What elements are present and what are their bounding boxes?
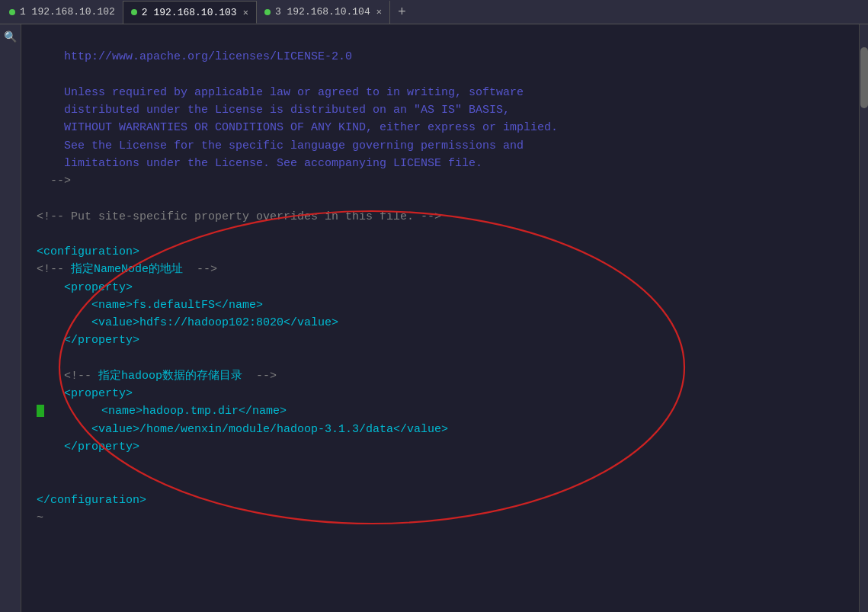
value-content-2: /home/wenxin/module/hadoop-3.1.3/data — [139, 423, 393, 436]
line-namenode-comment: <!-- 指定NameNode的地址 --> — [37, 261, 844, 278]
line-blank-1 — [37, 30, 844, 48]
line-tilde-1: ~ — [37, 509, 844, 527]
tab-1-label: 1 192.168.10.102 — [20, 6, 115, 18]
line-put-site: <!-- Put site-specific property override… — [37, 208, 844, 226]
line-blank-7 — [37, 473, 844, 491]
line-blank-3 — [37, 190, 844, 207]
search-icon[interactable]: 🔍 — [4, 30, 17, 43]
tag-value-close-2: </value> — [393, 423, 448, 436]
line-distributed: distributed under the License is distrib… — [37, 101, 844, 119]
line-limitations: limitations under the License. See accom… — [37, 155, 844, 172]
main-area: 🔍 http://www.apache.org/licenses/LICENSE… — [0, 24, 868, 612]
line-property-open-2: <property> — [37, 385, 844, 402]
tag-name-open-2: <name> — [46, 405, 143, 418]
line-property-close-1: </property> — [37, 332, 844, 349]
line-value-1: <value>hdfs://hadoop102:8020</value> — [37, 314, 844, 332]
editor-content: http://www.apache.org/licenses/LICENSE-2… — [21, 24, 859, 612]
line-property-close-2: </property> — [37, 438, 844, 456]
line-url: http://www.apache.org/licenses/LICENSE-2… — [37, 48, 844, 66]
tab-bar: 1 192.168.10.102 2 192.168.10.103 ✕ 3 19… — [0, 0, 868, 24]
line-without: WITHOUT WARRANTIES OR CONDITIONS OF ANY … — [37, 119, 844, 136]
line-close-comment: --> — [37, 172, 844, 190]
line-unless: Unless required by applicable law or agr… — [37, 84, 844, 101]
tab-3-dot — [264, 9, 271, 15]
tag-name-close: </name> — [215, 299, 263, 312]
line-indicator — [37, 405, 44, 417]
line-blank-5 — [37, 350, 844, 367]
tab-1[interactable]: 1 192.168.10.102 — [2, 1, 123, 24]
name-value-2: hadoop.tmp.dir — [143, 405, 239, 418]
line-config-close: </configuration> — [37, 492, 844, 509]
tag-name-close-2: </name> — [239, 405, 287, 418]
line-hadoop-comment: <!-- 指定hadoop数据的存储目录 --> — [37, 367, 844, 385]
right-scrollbar[interactable] — [859, 24, 868, 612]
tag-value-open-1: <value> — [37, 316, 139, 329]
tag-name-open: <name> — [37, 299, 133, 312]
tab-2-dot — [131, 9, 137, 15]
tab-3-close[interactable]: ✕ — [376, 6, 382, 18]
comment-suffix: --> — [183, 263, 217, 276]
add-tab-button[interactable]: + — [390, 1, 414, 24]
line-blank-2 — [37, 66, 844, 84]
line-see-license: See the License for the specific languag… — [37, 137, 844, 155]
comment-suffix-2: --> — [242, 370, 277, 383]
chinese-hadoop: 指定hadoop数据的存储目录 — [98, 370, 242, 383]
tab-3-label: 3 192.168.10.104 — [275, 6, 370, 18]
editor-pane[interactable]: http://www.apache.org/licenses/LICENSE-2… — [21, 24, 859, 612]
comment-prefix: <!-- — [37, 263, 71, 276]
tab-2-close[interactable]: ✕ — [243, 7, 248, 18]
tab-3[interactable]: 3 192.168.10.104 ✕ — [257, 1, 390, 24]
line-value-2: <value>/home/wenxin/module/hadoop-3.1.3/… — [37, 421, 844, 438]
tab-2[interactable]: 2 192.168.10.103 ✕ — [123, 1, 257, 24]
line-name-1: <name>fs.defaultFS</name> — [37, 296, 844, 314]
line-property-open-1: <property> — [37, 279, 844, 296]
scroll-thumb[interactable] — [860, 47, 868, 108]
line-blank-6 — [37, 456, 844, 473]
tag-value-close-1: </value> — [283, 316, 338, 329]
comment-prefix-2: <!-- — [37, 370, 98, 383]
line-name-2: <name>hadoop.tmp.dir</name> — [37, 402, 844, 420]
chinese-namenode: 指定NameNode的地址 — [71, 263, 183, 276]
name-value-1: fs.defaultFS — [133, 299, 215, 312]
tab-2-label: 2 192.168.10.103 — [142, 7, 237, 18]
value-content-1: hdfs://hadoop102:8020 — [139, 316, 283, 329]
tag-value-open-2: <value> — [37, 423, 139, 436]
line-config-open: <configuration> — [37, 243, 844, 261]
left-gutter: 🔍 — [0, 24, 21, 612]
line-blank-8 — [37, 527, 844, 544]
tab-1-dot — [9, 9, 15, 15]
line-blank-4 — [37, 226, 844, 243]
